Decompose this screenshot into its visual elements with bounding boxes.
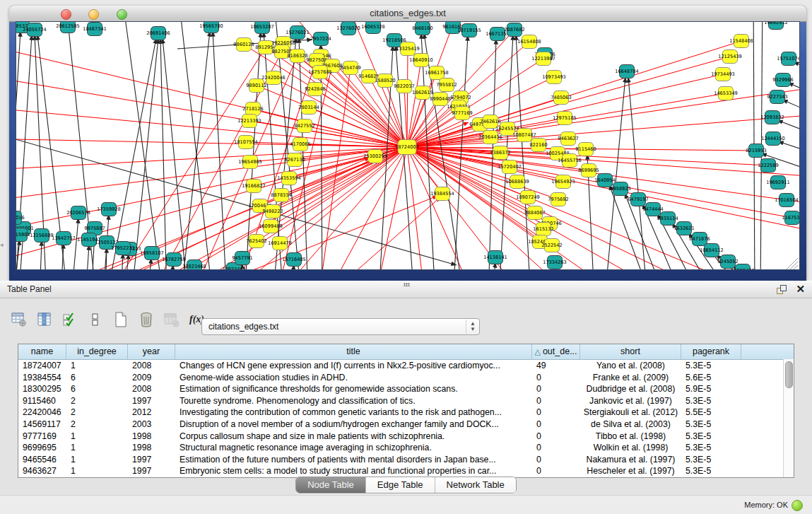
graph-node-label: 12125439: [718, 54, 742, 59]
graph-node-label: 19166827: [242, 183, 266, 189]
canvas-resize-grip[interactable]: [790, 262, 798, 269]
graph-node-label: 13942757: [52, 235, 76, 241]
column-header-out_de[interactable]: △out_de...: [532, 344, 580, 359]
graph-node-label: 25300295: [363, 153, 387, 159]
column-header-year[interactable]: year: [128, 344, 175, 359]
graph-edge[interactable]: [16, 75, 407, 147]
graph-edge[interactable]: [43, 158, 370, 270]
table-row[interactable]: 2242004622012Investigating the contribut…: [18, 407, 794, 419]
graph-edge[interactable]: [407, 49, 408, 147]
cell-year: 2008: [128, 383, 175, 395]
tab-node-table[interactable]: Node Table: [296, 477, 365, 493]
select-columns-icon[interactable]: [61, 311, 78, 329]
table-selector-dropdown[interactable]: citations_edges.txt ▲▼: [201, 318, 480, 335]
cell-pagerank: 5.3E-5: [681, 419, 741, 431]
cell-short: Nakamura et al. (1997): [580, 454, 681, 466]
graph-edge[interactable]: [315, 89, 407, 147]
window-titlebar[interactable]: citations_edges.txt: [9, 6, 806, 22]
graph-edge[interactable]: [107, 38, 156, 270]
graph-node-label: 8878334: [271, 192, 291, 198]
scrollbar-thumb[interactable]: [785, 361, 793, 388]
graph-edge[interactable]: [404, 86, 407, 147]
graph-edge[interactable]: [40, 240, 42, 270]
hidden-panel-handle[interactable]: ◂: [0, 241, 4, 248]
graph-node-label: 18907249: [516, 194, 540, 200]
column-header-pagerank[interactable]: pagerank: [681, 344, 741, 359]
table-vertical-scrollbar[interactable]: [783, 359, 794, 477]
cell-short: de Silva et al. (2003): [580, 419, 681, 431]
table-row[interactable]: 946362711997Embryonic stem cells: a mode…: [18, 465, 794, 477]
graph-node-label: 9975887: [84, 226, 105, 231]
graph-edge[interactable]: [213, 31, 227, 270]
import-table-icon[interactable]: [163, 311, 180, 329]
graph-edge[interactable]: [121, 22, 163, 270]
cell-in_degree: 2: [66, 407, 128, 419]
cell-short: Franke et al. (2009): [580, 372, 681, 384]
graph-node-label: 16914479: [268, 240, 292, 246]
rows-icon[interactable]: [86, 311, 104, 329]
graph-edge[interactable]: [86, 245, 89, 270]
memory-status-indicator[interactable]: [792, 500, 803, 511]
new-table-icon[interactable]: [112, 311, 129, 329]
graph-edge[interactable]: [628, 77, 647, 270]
network-graph[interactable]: 1885334224055724206125851848734120691406…: [16, 22, 800, 270]
float-panel-icon[interactable]: [777, 285, 787, 294]
table-row[interactable]: 946554611997Estimation of the future num…: [18, 454, 794, 466]
column-header-name[interactable]: name: [18, 344, 66, 359]
delete-table-icon[interactable]: [137, 311, 155, 329]
graph-node-label: 1167533: [782, 215, 800, 221]
column-header-in_degree[interactable]: in_degree: [66, 344, 128, 359]
table-settings-icon[interactable]: [10, 311, 28, 329]
table-row[interactable]: 969969511998Structural magnetic resonanc…: [18, 442, 794, 454]
table-selector-value: citations_edges.txt: [202, 322, 466, 332]
graph-node-label: 20206576: [66, 210, 90, 216]
graph-node-label: 19654923: [551, 179, 575, 185]
graph-node-label: 18640910: [409, 57, 433, 63]
graph-node-label: 9699695: [578, 168, 599, 173]
graph-edge[interactable]: [778, 141, 800, 158]
table-row[interactable]: 1938455462009Genome-wide association stu…: [18, 372, 794, 384]
cell-out_de: 0: [532, 419, 580, 431]
cell-year: 2009: [128, 372, 175, 384]
graph-edge[interactable]: [71, 218, 78, 270]
graph-edge[interactable]: [309, 107, 407, 147]
graph-edge[interactable]: [16, 107, 407, 147]
cell-title: Disruption of a novel member of a sodium…: [175, 419, 532, 431]
table-row[interactable]: 977716911998Corpus callosum shape and si…: [18, 431, 794, 443]
splitter-grip[interactable]: [404, 283, 410, 286]
graph-edge[interactable]: [407, 147, 474, 270]
graph-node-label: 1222589: [758, 163, 778, 168]
graph-edge[interactable]: [16, 43, 407, 147]
table-row[interactable]: 1456911722003Disruption of a novel membe…: [18, 419, 794, 431]
graph-node-label: 18724007: [395, 144, 419, 150]
table-row[interactable]: 1830029562008Estimation of significance …: [18, 383, 794, 395]
cell-pagerank: 5.5E-5: [681, 407, 741, 419]
table-row[interactable]: 911546021997Tourette syndrome. Phenomeno…: [18, 395, 794, 407]
graph-node-label: 7975692: [548, 197, 568, 202]
graph-edge[interactable]: [453, 35, 468, 270]
graph-node-label: 14653349: [714, 90, 738, 96]
cell-out_de: 0: [532, 454, 580, 466]
table-row[interactable]: 1872400712008Changes of HCN gene express…: [18, 360, 794, 372]
tab-network-table[interactable]: Network Table: [435, 477, 516, 493]
cell-pagerank: 5.3E-5: [681, 431, 741, 443]
graph-edge[interactable]: [121, 253, 123, 270]
graph-edge[interactable]: [16, 147, 407, 234]
cell-year: 1997: [128, 454, 175, 466]
network-canvas[interactable]: 1885334224055724206125851848734120691406…: [16, 21, 800, 270]
graph-node-label: 9115460: [575, 146, 596, 152]
graph-edge[interactable]: [16, 147, 407, 202]
tab-edge-table[interactable]: Edge Table: [365, 477, 435, 493]
cell-in_degree: 1: [66, 442, 128, 454]
graph-node-label: 1640954: [594, 177, 615, 183]
close-panel-icon[interactable]: ✕: [796, 283, 805, 296]
column-header-short[interactable]: short: [580, 344, 681, 359]
graph-edge[interactable]: [163, 38, 188, 270]
canvas-resize-grip[interactable]: [794, 265, 798, 269]
graph-node-label: 14353594: [277, 175, 301, 181]
show-columns-icon[interactable]: [35, 311, 53, 329]
graph-edge[interactable]: [131, 38, 158, 270]
column-header-title[interactable]: title: [175, 344, 532, 359]
cell-title: Estimation of significance thresholds fo…: [175, 383, 532, 395]
graph-node-label: 16961758: [425, 70, 449, 76]
